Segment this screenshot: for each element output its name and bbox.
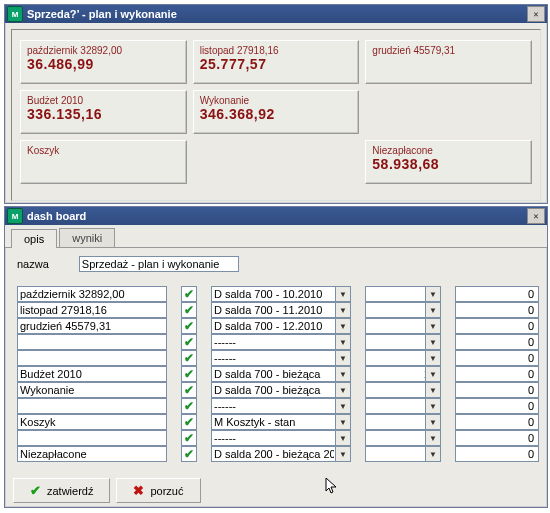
row-name-input[interactable]: [17, 414, 167, 430]
row-number-combo[interactable]: ▼: [365, 446, 441, 462]
row-source-combo[interactable]: ▼: [211, 366, 351, 382]
row-name-input[interactable]: [17, 446, 167, 462]
input-nazwa[interactable]: [79, 256, 239, 272]
row-zero-input[interactable]: [455, 350, 539, 366]
row-name-input[interactable]: [17, 350, 167, 366]
row-source-input[interactable]: [211, 366, 351, 382]
row-number-combo[interactable]: ▼: [365, 430, 441, 446]
row-source-input[interactable]: [211, 398, 351, 414]
row-source-input[interactable]: [211, 382, 351, 398]
close-button-bottom[interactable]: ✕: [527, 208, 545, 224]
row-checkbox[interactable]: ✔: [181, 318, 197, 334]
title-top: Sprzeda?’ - plan i wykonanie: [27, 8, 177, 20]
row-number-combo[interactable]: ▼: [365, 414, 441, 430]
chevron-down-icon[interactable]: ▼: [335, 446, 351, 462]
tab-wyniki[interactable]: wyniki: [59, 228, 115, 247]
row-source-combo[interactable]: ▼: [211, 302, 351, 318]
tab-opis[interactable]: opis: [11, 229, 57, 248]
cancel-button[interactable]: ✖ porzuć: [116, 478, 200, 503]
row-number-combo[interactable]: ▼: [365, 334, 441, 350]
chevron-down-icon[interactable]: ▼: [335, 350, 351, 366]
chevron-down-icon[interactable]: ▼: [335, 302, 351, 318]
row-name-input[interactable]: [17, 430, 167, 446]
row-checkbox[interactable]: ✔: [181, 366, 197, 382]
titlebar-bottom: M dash board ✕: [5, 207, 547, 225]
row-name-input[interactable]: [17, 382, 167, 398]
row-zero-input[interactable]: [455, 318, 539, 334]
chevron-down-icon[interactable]: ▼: [425, 366, 441, 382]
chevron-down-icon[interactable]: ▼: [335, 430, 351, 446]
row-zero-input[interactable]: [455, 382, 539, 398]
chevron-down-icon[interactable]: ▼: [335, 286, 351, 302]
chevron-down-icon[interactable]: ▼: [425, 318, 441, 334]
row-source-input[interactable]: [211, 302, 351, 318]
tile-caption: Niezapłacone: [372, 145, 525, 156]
row-checkbox[interactable]: ✔: [181, 382, 197, 398]
row-name-input[interactable]: [17, 286, 167, 302]
row-number-combo[interactable]: ▼: [365, 398, 441, 414]
row-number-combo[interactable]: ▼: [365, 366, 441, 382]
chevron-down-icon[interactable]: ▼: [425, 398, 441, 414]
row-number-combo[interactable]: ▼: [365, 318, 441, 334]
row-checkbox[interactable]: ✔: [181, 334, 197, 350]
row-number-combo[interactable]: ▼: [365, 382, 441, 398]
row-checkbox[interactable]: ✔: [181, 414, 197, 430]
chevron-down-icon[interactable]: ▼: [335, 382, 351, 398]
row-checkbox[interactable]: ✔: [181, 446, 197, 462]
row-zero-input[interactable]: [455, 398, 539, 414]
row-source-combo[interactable]: ▼: [211, 382, 351, 398]
row-checkbox[interactable]: ✔: [181, 302, 197, 318]
row-source-combo[interactable]: ▼: [211, 350, 351, 366]
row-zero-input[interactable]: [455, 286, 539, 302]
chevron-down-icon[interactable]: ▼: [425, 334, 441, 350]
row-checkbox[interactable]: ✔: [181, 350, 197, 366]
row-source-combo[interactable]: ▼: [211, 398, 351, 414]
row-zero-input[interactable]: [455, 302, 539, 318]
row-zero-input[interactable]: [455, 334, 539, 350]
row-source-combo[interactable]: ▼: [211, 430, 351, 446]
row-number-combo[interactable]: ▼: [365, 350, 441, 366]
row-source-input[interactable]: [211, 350, 351, 366]
close-button-top[interactable]: ✕: [527, 6, 545, 22]
chevron-down-icon[interactable]: ▼: [425, 286, 441, 302]
chevron-down-icon[interactable]: ▼: [335, 366, 351, 382]
row-checkbox[interactable]: ✔: [181, 286, 197, 302]
row-source-combo[interactable]: ▼: [211, 318, 351, 334]
chevron-down-icon[interactable]: ▼: [425, 302, 441, 318]
row-source-combo[interactable]: ▼: [211, 414, 351, 430]
confirm-button[interactable]: ✔ zatwierdź: [13, 478, 110, 503]
row-source-input[interactable]: [211, 286, 351, 302]
tabs: opis wyniki: [5, 225, 547, 248]
row-zero-input[interactable]: [455, 446, 539, 462]
row-name-input[interactable]: [17, 398, 167, 414]
row-source-input[interactable]: [211, 318, 351, 334]
chevron-down-icon[interactable]: ▼: [335, 334, 351, 350]
row-number-combo[interactable]: ▼: [365, 286, 441, 302]
chevron-down-icon[interactable]: ▼: [425, 446, 441, 462]
row-zero-input[interactable]: [455, 430, 539, 446]
row-name-input[interactable]: [17, 302, 167, 318]
chevron-down-icon[interactable]: ▼: [425, 350, 441, 366]
row-name-input[interactable]: [17, 334, 167, 350]
chevron-down-icon[interactable]: ▼: [335, 414, 351, 430]
tile-value: 346.368,92: [200, 106, 353, 122]
row-source-input[interactable]: [211, 430, 351, 446]
row-source-combo[interactable]: ▼: [211, 286, 351, 302]
row-zero-input[interactable]: [455, 414, 539, 430]
row-zero-input[interactable]: [455, 366, 539, 382]
row-source-input[interactable]: [211, 446, 351, 462]
row-source-input[interactable]: [211, 334, 351, 350]
row-source-combo[interactable]: ▼: [211, 334, 351, 350]
row-checkbox[interactable]: ✔: [181, 430, 197, 446]
row-number-combo[interactable]: ▼: [365, 302, 441, 318]
row-source-input[interactable]: [211, 414, 351, 430]
row-checkbox[interactable]: ✔: [181, 398, 197, 414]
chevron-down-icon[interactable]: ▼: [425, 414, 441, 430]
chevron-down-icon[interactable]: ▼: [335, 398, 351, 414]
chevron-down-icon[interactable]: ▼: [335, 318, 351, 334]
row-source-combo[interactable]: ▼: [211, 446, 351, 462]
chevron-down-icon[interactable]: ▼: [425, 382, 441, 398]
row-name-input[interactable]: [17, 366, 167, 382]
chevron-down-icon[interactable]: ▼: [425, 430, 441, 446]
row-name-input[interactable]: [17, 318, 167, 334]
